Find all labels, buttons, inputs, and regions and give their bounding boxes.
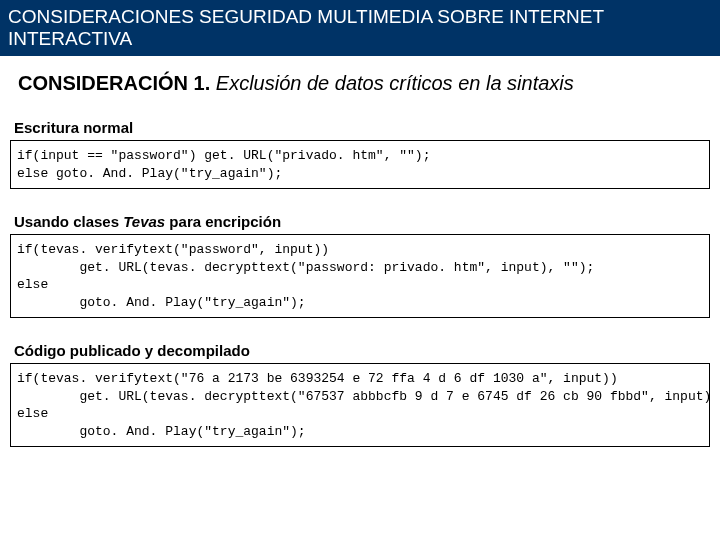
title-bold: CONSIDERACIÓN 1. bbox=[18, 72, 210, 94]
section-decompiled: Código publicado y decompilado if(tevas.… bbox=[0, 334, 720, 447]
slide-title: CONSIDERACIÓN 1. Exclusión de datos crít… bbox=[0, 56, 720, 111]
heading-decompiled: Código publicado y decompilado bbox=[10, 334, 710, 364]
code-tevas: if(tevas. verifytext("password", input))… bbox=[10, 235, 710, 318]
title-italic: Exclusión de datos críticos en la sintax… bbox=[216, 72, 574, 94]
heading-tevas: Usando clases Tevas para encripción bbox=[10, 205, 710, 235]
heading-tevas-prefix: Usando clases bbox=[14, 213, 123, 230]
section-normal: Escritura normal if(input == "password")… bbox=[0, 111, 720, 189]
heading-tevas-suffix: para encripción bbox=[165, 213, 281, 230]
heading-tevas-italic: Tevas bbox=[123, 213, 165, 230]
section-tevas: Usando clases Tevas para encripción if(t… bbox=[0, 205, 720, 318]
code-decompiled: if(tevas. verifytext("76 a 2173 be 63932… bbox=[10, 364, 710, 447]
banner-title: CONSIDERACIONES SEGURIDAD MULTIMEDIA SOB… bbox=[0, 0, 720, 56]
code-normal: if(input == "password") get. URL("privad… bbox=[10, 141, 710, 189]
heading-normal: Escritura normal bbox=[10, 111, 710, 141]
